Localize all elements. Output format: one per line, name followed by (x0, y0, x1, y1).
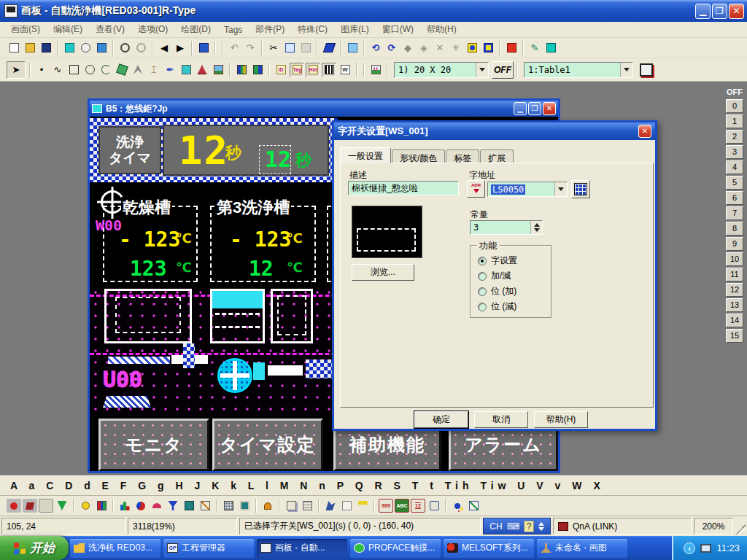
doc-maximize-button[interactable]: ❐ (528, 102, 541, 115)
arc-tool-icon[interactable] (98, 63, 113, 77)
bar-graph-icon[interactable] (117, 499, 132, 513)
preview-icon[interactable] (94, 41, 109, 55)
start-button[interactable]: 开始 (0, 536, 69, 560)
screen-manager-icon[interactable] (62, 41, 77, 55)
word-switch-icon[interactable] (23, 499, 37, 513)
eraser-icon[interactable] (322, 41, 336, 55)
language-indicator[interactable]: CH (489, 521, 502, 532)
cancel-button[interactable]: 取消 (474, 411, 528, 428)
tag-toggle-icon[interactable]: Tag (290, 63, 304, 77)
help-button[interactable]: 帮助(H) (534, 411, 588, 428)
bit-switch-icon[interactable] (7, 499, 21, 513)
function-switch-icon[interactable] (39, 499, 53, 513)
library2-icon[interactable] (250, 63, 265, 77)
file-display-icon[interactable] (284, 499, 298, 513)
screen-number-3[interactable]: 3 (726, 145, 743, 159)
timer-panel[interactable]: 洗浄 タイマ 12 秒 12 秒 (90, 118, 338, 182)
task-folder[interactable]: 洗净机 RED03... (70, 539, 160, 558)
description-input[interactable]: 棉袄惬捸_愸忩啦 (348, 181, 459, 195)
menu-window[interactable]: 窗口(W) (376, 22, 420, 37)
rotate-right-icon[interactable]: ⟳ (384, 41, 399, 55)
cut-icon[interactable]: ✂ (266, 41, 281, 55)
screen-number-4[interactable]: 4 (726, 160, 743, 174)
numeric-display-icon[interactable]: 999 (379, 499, 393, 513)
snap-off-button[interactable]: OFF (492, 61, 514, 79)
address-dropdown-arrow[interactable] (554, 182, 567, 196)
menu-screen[interactable]: 画面(S) (4, 22, 47, 37)
memo-part-icon[interactable] (339, 499, 354, 513)
menu-options[interactable]: 选项(O) (131, 22, 174, 37)
pattern-toggle-icon[interactable] (322, 63, 336, 77)
open-icon[interactable] (23, 41, 37, 55)
table-select[interactable]: 1:Table1 (524, 62, 633, 78)
radio-add-sub-icon[interactable] (478, 272, 487, 281)
screen-number-2[interactable]: 2 (726, 130, 743, 144)
image-tool-icon[interactable] (211, 63, 225, 77)
screen-number-1[interactable]: 1 (726, 114, 743, 128)
font-style-chars[interactable]: A a C D d E F G g H J K k L l M N n P Q … (10, 480, 605, 491)
screen-number-6[interactable]: 6 (726, 191, 743, 205)
exit-icon[interactable] (196, 41, 211, 55)
screen-number-10[interactable]: 10 (726, 252, 743, 266)
text-display-icon[interactable]: ABC (395, 499, 409, 513)
alarm-part-icon[interactable] (260, 499, 275, 513)
screen-number-14[interactable]: 14 (726, 314, 743, 327)
resize-grip[interactable] (735, 524, 746, 534)
keypad-button[interactable] (571, 180, 590, 198)
select-tool-icon[interactable]: ➤ (7, 61, 26, 79)
doc-close-button[interactable]: ✕ (543, 102, 556, 115)
screen-editor-title-bar[interactable]: B5：悠线鉅?Jp ▁ ❐ ✕ (90, 101, 558, 117)
u-image-icon[interactable]: U (368, 63, 383, 77)
task-project-manager[interactable]: GP 工程管理器 (163, 539, 254, 558)
keyboard-icon[interactable]: ⌨ (507, 521, 519, 532)
text-tool-icon[interactable]: ✒ (163, 63, 177, 77)
pen-style-icon[interactable]: ✎ (527, 41, 542, 55)
address-combo[interactable]: LS0050 (487, 182, 568, 197)
display-part-icon[interactable] (237, 499, 252, 513)
line-tool-icon[interactable]: ∿ (50, 63, 65, 77)
bring-front-icon[interactable] (465, 41, 479, 55)
menu-parts[interactable]: 部件(P) (249, 22, 291, 37)
nav-button-monitor[interactable]: モニタ (98, 419, 209, 471)
menu-edit[interactable]: 编辑(E) (47, 22, 89, 37)
timer-display-plate[interactable]: 12 秒 12 秒 (163, 125, 329, 176)
rotate-left-icon[interactable]: ⟲ (368, 41, 383, 55)
ok-button[interactable]: 确定 (414, 411, 468, 428)
filling-graph-icon[interactable] (166, 499, 180, 513)
flip-part-icon[interactable] (355, 499, 370, 513)
tab-general[interactable]: 一般设置 (340, 147, 391, 163)
send-back-icon[interactable] (481, 41, 495, 55)
help-badge-icon[interactable]: ? (524, 521, 534, 532)
radio-bit-add[interactable]: 位 (加) (478, 285, 516, 298)
menu-tags[interactable]: Tags (217, 23, 249, 36)
screen-number-8[interactable]: 8 (726, 222, 743, 236)
adr-lookup-button[interactable]: ADR (467, 180, 485, 198)
date-display-icon[interactable]: 12 (411, 499, 425, 513)
w-toggle-icon[interactable]: W (338, 63, 352, 77)
scatter-graph-icon[interactable] (198, 499, 212, 513)
fill-tool-icon[interactable] (115, 63, 129, 77)
constant-spinner[interactable]: 3 (470, 220, 543, 235)
menu-draw[interactable]: 绘图(D) (174, 22, 217, 37)
screen-call-icon[interactable] (179, 63, 193, 77)
save-icon[interactable] (39, 41, 53, 55)
hdr-toggle-icon[interactable]: Hdr (306, 63, 320, 77)
minimize-button[interactable]: ▁ (695, 4, 711, 19)
radio-word-set-icon[interactable] (478, 257, 487, 265)
task-proface[interactable]: PROFACE触摸... (350, 539, 441, 558)
radio-bit-sub-icon[interactable] (478, 303, 487, 311)
tray-collapse-icon[interactable]: ‹ (684, 542, 695, 554)
radio-word-set[interactable]: 字设置 (478, 254, 517, 267)
screen-number-13[interactable]: 13 (726, 298, 743, 312)
fill-color-icon[interactable] (543, 41, 558, 55)
library-icon[interactable] (234, 63, 249, 77)
tab-shape-color[interactable]: 形状/颜色 (392, 149, 445, 163)
task-drawing-board[interactable]: 画板 - 自動... (257, 539, 347, 558)
shape-stats-icon[interactable] (450, 499, 465, 513)
screen-number-15[interactable]: 15 (726, 329, 743, 343)
keypad-part-icon[interactable] (221, 499, 236, 513)
ink-part-icon[interactable] (323, 499, 338, 513)
band-arrows-icon[interactable] (538, 522, 544, 531)
menu-view[interactable]: 查看(V) (89, 22, 131, 37)
radio-bit-add-icon[interactable] (478, 287, 487, 296)
